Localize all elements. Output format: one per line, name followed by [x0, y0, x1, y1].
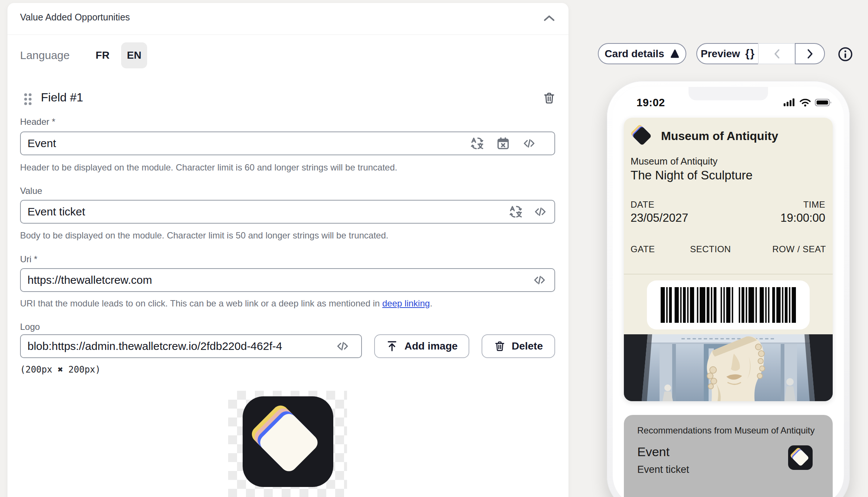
date-label: DATE — [631, 199, 654, 210]
header-label: Header * — [20, 117, 55, 127]
uri-input[interactable] — [20, 268, 555, 292]
museum-logo-icon — [630, 124, 654, 148]
phone-notch — [689, 87, 768, 100]
status-bar-time: 19:02 — [637, 97, 665, 109]
recommendations-panel: Recommendations from Museum of Antiquity… — [624, 415, 833, 497]
pass-card-body: Museum of Antiquity Museum of Antiquity … — [624, 118, 833, 334]
delete-label: Delete — [512, 340, 543, 352]
trash-icon — [494, 340, 506, 353]
pass-event-title: The Night of Sculpture — [631, 168, 752, 182]
wifi-icon — [799, 98, 811, 107]
translate-icon[interactable] — [470, 137, 484, 150]
warning-triangle-icon — [670, 49, 680, 58]
status-bar-icons — [784, 98, 832, 107]
logo-input-actions — [336, 340, 349, 353]
next-card-button[interactable] — [795, 43, 825, 64]
previous-card-button[interactable] — [758, 43, 796, 64]
add-image-label: Add image — [404, 340, 457, 352]
wallet-crew-logo — [243, 396, 333, 487]
cellular-signal-icon — [784, 98, 796, 107]
calendar-remove-icon[interactable] — [496, 137, 510, 150]
language-label: Language — [20, 49, 69, 62]
header-input-actions — [470, 137, 536, 150]
logo-url-input[interactable] — [20, 334, 362, 358]
logo-label: Logo — [20, 322, 40, 332]
header-helper: Header to be displayed on the module. Ch… — [20, 162, 397, 173]
pass-divider — [624, 274, 833, 275]
preview-label: Preview — [701, 48, 740, 60]
wallet-crew-logo — [788, 445, 813, 470]
section-label: SECTION — [690, 244, 731, 254]
time-label: TIME — [803, 199, 825, 210]
add-image-button[interactable]: Add image — [374, 334, 469, 358]
card-details-label: Card details — [605, 48, 664, 60]
gate-label: GATE — [631, 244, 655, 254]
value-input[interactable] — [20, 200, 555, 224]
chevron-right-icon — [806, 49, 814, 59]
battery-icon — [815, 98, 832, 107]
pass-hero-image — [624, 334, 833, 401]
value-input-actions — [509, 205, 547, 218]
recommendation-item-title: Event — [637, 445, 670, 459]
value-helper: Body to be displayed on the module. Char… — [20, 230, 388, 241]
code-icon[interactable] — [533, 273, 546, 287]
date-value: 23/05/2027 — [631, 211, 688, 225]
recommendation-item-subtitle: Event ticket — [637, 464, 689, 475]
code-icon[interactable] — [522, 137, 536, 150]
code-icon[interactable] — [336, 340, 349, 353]
uri-helper: URI that the module leads to on click. T… — [20, 298, 433, 309]
pass-subtitle: Museum of Antiquity — [631, 156, 718, 167]
panel-title: Value Added Opportunities — [20, 12, 130, 23]
value-label: Value — [20, 186, 42, 196]
chevron-left-icon — [773, 49, 781, 59]
logo-size-hint: (200px ✖ 200px) — [20, 364, 101, 375]
uri-helper-text: URI that the module leads to on click. T… — [20, 298, 382, 308]
braces-icon: {} — [745, 48, 755, 60]
code-icon[interactable] — [534, 205, 547, 218]
pass-brand-name: Museum of Antiquity — [661, 129, 778, 143]
uri-input-actions — [533, 273, 546, 287]
drag-handle[interactable] — [23, 92, 36, 106]
language-fr-button[interactable]: FR — [88, 47, 117, 64]
recommendations-title: Recommendations from Museum of Antiquity — [637, 425, 815, 436]
wallet-editor-app: Value Added Opportunities Language FR EN… — [0, 0, 868, 497]
barcode — [661, 287, 796, 323]
delete-field-button[interactable] — [542, 90, 557, 106]
panel-divider — [7, 35, 569, 35]
info-button[interactable] — [838, 46, 853, 62]
logo-preview-checkerboard — [228, 391, 347, 497]
phone-screen: 19:02 — [613, 87, 844, 497]
trash-icon — [542, 91, 557, 105]
wallet-pass-card: Museum of Antiquity Museum of Antiquity … — [624, 118, 833, 401]
uri-label: Uri * — [20, 254, 38, 264]
preview-button[interactable]: Preview {} — [696, 43, 760, 64]
info-icon — [838, 46, 853, 62]
uri-helper-suffix: . — [430, 298, 433, 308]
field-title: Field #1 — [41, 91, 83, 104]
delete-image-button[interactable]: Delete — [482, 334, 555, 358]
row-seat-label: ROW / SEAT — [772, 244, 826, 254]
phone-mockup: 19:02 — [607, 81, 850, 497]
card-details-button[interactable]: Card details — [598, 43, 686, 64]
deep-linking-link[interactable]: deep linking — [382, 298, 430, 308]
chevron-up-icon — [543, 14, 555, 22]
collapse-section-button[interactable] — [542, 12, 557, 25]
language-en-button[interactable]: EN — [121, 42, 147, 68]
upload-icon — [386, 340, 398, 353]
value-added-opportunities-panel: Value Added Opportunities Language FR EN… — [7, 3, 569, 497]
time-value: 19:00:00 — [780, 211, 825, 225]
drag-dots-icon — [23, 92, 36, 106]
barcode-panel — [647, 280, 810, 329]
translate-icon[interactable] — [509, 205, 522, 218]
